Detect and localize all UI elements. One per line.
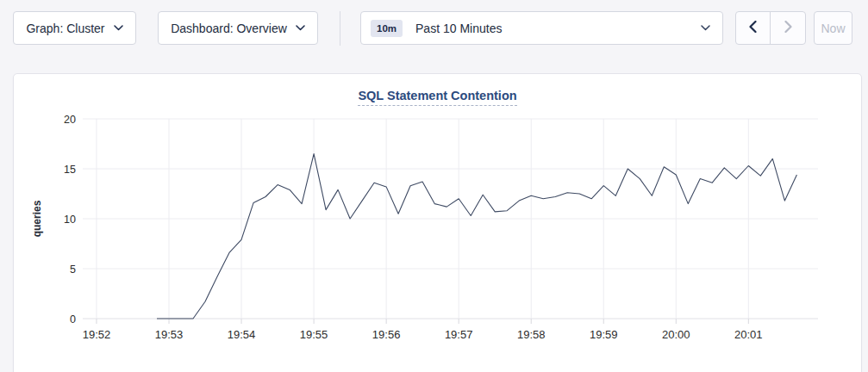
- now-button[interactable]: Now: [814, 11, 852, 45]
- time-pager: [735, 11, 806, 45]
- x-tick-label: 19:52: [83, 328, 111, 341]
- y-tick-label: 0: [70, 313, 76, 326]
- x-tick-label: 19:56: [372, 328, 401, 341]
- toolbar-separator: [340, 11, 340, 46]
- chart-title-row: SQL Statement Contention: [14, 74, 861, 108]
- toolbar: Graph: Cluster Dashboard: Overview 10m P…: [0, 0, 868, 45]
- time-range-dropdown[interactable]: 10m Past 10 Minutes: [360, 11, 723, 45]
- x-tick-label: 19:57: [445, 328, 473, 341]
- chevron-left-icon: [749, 21, 757, 35]
- chevron-down-icon: [701, 25, 710, 31]
- chart-area: 0510152019:5219:5319:5419:5519:5619:5719…: [14, 108, 863, 359]
- y-axis-label: queries: [31, 200, 43, 237]
- time-range-label: Past 10 Minutes: [415, 22, 701, 35]
- graph-dropdown-label: Graph: Cluster: [26, 22, 104, 35]
- x-tick-label: 19:59: [590, 328, 618, 341]
- x-tick-label: 20:01: [734, 328, 763, 341]
- chevron-down-icon: [296, 25, 305, 31]
- series-line-queries: [157, 154, 796, 319]
- x-tick-label: 19:54: [228, 328, 256, 341]
- x-tick-label: 19:55: [300, 328, 328, 341]
- y-tick-label: 10: [64, 214, 76, 226]
- time-range-badge: 10m: [371, 20, 403, 37]
- next-time-window-button[interactable]: [771, 12, 805, 44]
- dashboard-dropdown[interactable]: Dashboard: Overview: [158, 11, 318, 45]
- x-tick-label: 19:53: [155, 328, 184, 341]
- x-tick-label: 20:00: [662, 328, 690, 341]
- graph-dropdown[interactable]: Graph: Cluster: [13, 11, 136, 45]
- chevron-down-icon: [114, 25, 123, 31]
- y-tick-label: 15: [64, 164, 76, 176]
- chart-panel: SQL Statement Contention 0510152019:5219…: [13, 73, 862, 372]
- sql-contention-line-chart[interactable]: 0510152019:5219:5319:5419:5519:5619:5719…: [14, 108, 863, 359]
- previous-time-window-button[interactable]: [736, 12, 771, 44]
- chevron-right-icon: [784, 21, 792, 35]
- chart-title[interactable]: SQL Statement Contention: [358, 89, 516, 106]
- dashboard-dropdown-label: Dashboard: Overview: [171, 22, 287, 35]
- y-tick-label: 20: [64, 114, 76, 126]
- y-tick-label: 5: [70, 264, 76, 276]
- x-tick-label: 19:58: [517, 328, 546, 341]
